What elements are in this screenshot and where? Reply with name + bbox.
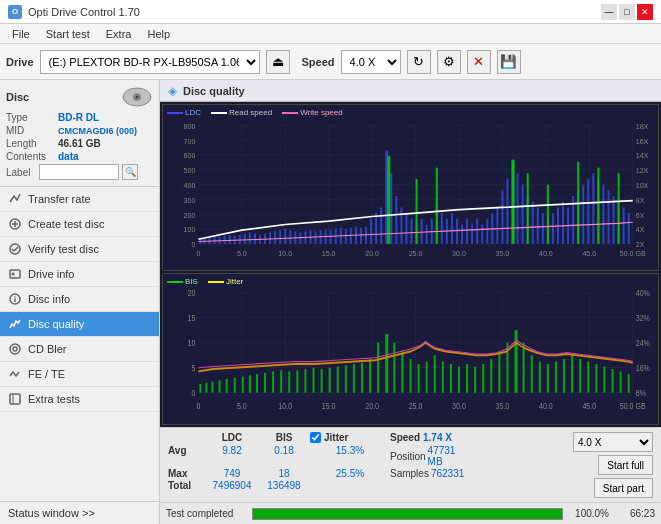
svg-text:800: 800 [184, 121, 196, 131]
status-window-button[interactable]: Status window >> [0, 502, 159, 524]
samples-label: Samples [390, 468, 429, 479]
svg-point-12 [10, 344, 20, 354]
label-button[interactable]: 🔍 [122, 164, 138, 180]
avg-row-label: Avg [168, 445, 206, 467]
sidebar-status: Status window >> [0, 501, 159, 524]
svg-rect-122 [486, 219, 488, 244]
start-part-button[interactable]: Start part [594, 478, 653, 498]
refresh-button[interactable]: ↻ [407, 50, 431, 74]
speed-current-value: 1.74 X [423, 432, 452, 443]
svg-text:40.0: 40.0 [539, 401, 553, 411]
nav-disc-quality[interactable]: Disc quality [0, 312, 159, 337]
eject-button[interactable]: ⏏ [266, 50, 290, 74]
svg-rect-243 [563, 359, 565, 393]
erase-button[interactable]: ✕ [467, 50, 491, 74]
svg-text:5.0: 5.0 [237, 401, 247, 411]
svg-rect-128 [517, 173, 519, 244]
drive-select[interactable]: (E:) PLEXTOR BD-R PX-LB950SA 1.06 [40, 50, 260, 74]
svg-text:20.0: 20.0 [365, 401, 379, 411]
content-area: ◈ Disc quality LDC Read s [160, 80, 661, 524]
nav-cd-bler[interactable]: CD Bler [0, 337, 159, 362]
col-header-empty [168, 432, 206, 443]
svg-text:20.0: 20.0 [365, 249, 379, 259]
svg-rect-142 [587, 179, 589, 244]
svg-text:40.0: 40.0 [539, 249, 553, 259]
svg-text:500: 500 [184, 166, 196, 176]
svg-rect-71 [229, 235, 231, 244]
svg-rect-14 [10, 394, 20, 404]
menu-extra[interactable]: Extra [98, 26, 140, 42]
svg-text:15.0: 15.0 [322, 249, 336, 259]
svg-rect-221 [385, 334, 388, 393]
disc-section-title: Disc [6, 91, 29, 103]
svg-text:5: 5 [191, 364, 195, 374]
svg-rect-98 [365, 227, 367, 244]
jitter-checkbox[interactable] [310, 432, 321, 443]
title-bar: O Opti Drive Control 1.70 — □ ✕ [0, 0, 661, 24]
nav-disc-info[interactable]: Disc info [0, 287, 159, 312]
app-icon: O [8, 5, 22, 19]
max-jitter: 25.5% [310, 468, 390, 479]
top-chart-svg: 800 700 600 500 400 300 200 100 0 18X 16… [163, 105, 658, 270]
svg-rect-215 [337, 367, 339, 393]
nav-transfer-rate[interactable]: Transfer rate [0, 187, 159, 212]
legend-ldc: LDC [185, 108, 201, 117]
save-button[interactable]: 💾 [497, 50, 521, 74]
svg-rect-88 [315, 231, 317, 244]
contents-value: data [58, 151, 79, 162]
type-value: BD-R DL [58, 112, 99, 123]
settings-button[interactable]: ⚙ [437, 50, 461, 74]
menu-help[interactable]: Help [139, 26, 178, 42]
svg-rect-94 [345, 229, 347, 244]
maximize-button[interactable]: □ [619, 4, 635, 20]
nav-fe-te[interactable]: FE / TE [0, 362, 159, 387]
position-label: Position [390, 451, 426, 462]
disc-icon [121, 86, 153, 108]
sidebar: Disc Type BD-R DL MID CMCMAGDI6 (000) L [0, 80, 160, 524]
svg-text:18X: 18X [636, 121, 649, 131]
svg-text:0: 0 [196, 401, 200, 411]
svg-text:15: 15 [187, 314, 195, 324]
nav-extra-tests[interactable]: Extra tests [0, 387, 159, 412]
svg-rect-81 [279, 230, 281, 244]
svg-text:8%: 8% [636, 389, 646, 399]
total-row-label: Total [168, 480, 206, 491]
svg-rect-149 [623, 207, 625, 243]
create-disc-icon [8, 217, 22, 231]
chart-title: Disc quality [183, 85, 245, 97]
title-bar-controls: — □ ✕ [601, 4, 653, 20]
svg-rect-214 [329, 368, 331, 393]
svg-rect-82 [284, 229, 286, 244]
svg-rect-143 [592, 173, 594, 244]
speed-dropdown[interactable]: 4.0 X [573, 432, 653, 452]
label-input[interactable] [39, 164, 119, 180]
disc-quality-icon [8, 317, 22, 331]
total-bis: 136498 [258, 480, 310, 491]
speed-select[interactable]: 4.0 X [341, 50, 401, 74]
menu-start-test[interactable]: Start test [38, 26, 98, 42]
svg-rect-152 [416, 179, 418, 244]
legend-read-speed: Read speed [229, 108, 272, 117]
svg-text:10.0: 10.0 [278, 249, 292, 259]
length-label: Length [6, 138, 58, 149]
svg-text:50.0 GB: 50.0 GB [620, 249, 646, 259]
nav-verify-test-disc[interactable]: Verify test disc [0, 237, 159, 262]
svg-rect-237 [515, 330, 518, 393]
svg-text:5.0: 5.0 [237, 249, 247, 259]
svg-text:40%: 40% [636, 289, 650, 299]
svg-rect-80 [274, 231, 276, 244]
svg-text:10.0: 10.0 [278, 401, 292, 411]
minimize-button[interactable]: — [601, 4, 617, 20]
svg-text:6X: 6X [636, 210, 645, 220]
start-full-button[interactable]: Start full [598, 455, 653, 475]
nav-drive-info[interactable]: Drive info [0, 262, 159, 287]
close-button[interactable]: ✕ [637, 4, 653, 20]
menu-file[interactable]: File [4, 26, 38, 42]
svg-rect-97 [360, 228, 362, 244]
svg-rect-124 [496, 207, 498, 243]
svg-text:700: 700 [184, 136, 196, 146]
svg-rect-205 [256, 374, 258, 393]
svg-rect-132 [537, 207, 539, 243]
nav-create-test-disc[interactable]: Create test disc [0, 212, 159, 237]
svg-rect-218 [361, 363, 363, 393]
